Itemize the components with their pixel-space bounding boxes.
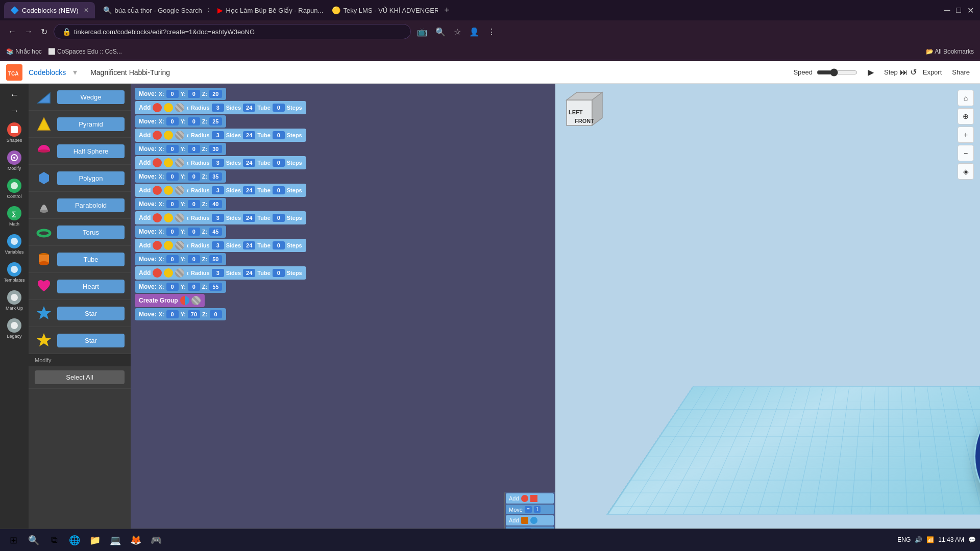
shape-item-star1[interactable]: Star <box>29 300 131 327</box>
pyramid-button[interactable]: Pyramid <box>57 117 125 131</box>
select-all-item[interactable]: Select All <box>29 366 131 389</box>
block-move[interactable]: Move: X:0 Y:70 Z:0 <box>135 308 226 320</box>
cast-button[interactable]: 📺 <box>415 25 429 39</box>
share-button[interactable]: Share <box>948 66 974 78</box>
shape-item-paraboloid[interactable]: Paraboloid <box>29 192 131 219</box>
reload-button[interactable]: ↻ <box>39 25 50 39</box>
halfsphere-button[interactable]: Half Sphere <box>57 144 125 158</box>
network-icon[interactable]: 📶 <box>926 536 934 543</box>
block-add[interactable]: Add ‹ Radius3 Sides24 Tube0 Steps <box>135 156 306 169</box>
block-add[interactable]: Add ‹ Radius3 Sides24 Tube0 Steps <box>135 266 306 280</box>
block-move[interactable]: Move: X:0 Y:0 Z:30 <box>135 143 226 155</box>
code-scroll[interactable]: Move: X:0 Y:0 Z:20 Add ‹ Radius3 Sides24… <box>131 84 555 551</box>
mini-block-add-tube[interactable]: Add <box>506 515 554 525</box>
app-name[interactable]: Codeblocks <box>29 68 66 77</box>
shape-item-tube[interactable]: Tube <box>29 246 131 273</box>
block-add[interactable]: Add ‹ Radius3 Sides24 Tube0 Steps <box>135 129 306 142</box>
polygon-button[interactable]: Polygon <box>57 171 125 185</box>
tab-codeblocks[interactable]: 🔷 Codeblocks (NEW) ✕ <box>4 2 95 18</box>
dropdown-icon[interactable]: ▾ <box>73 67 77 77</box>
bookmark-all[interactable]: 📂 All Bookmarks <box>926 48 974 55</box>
block-move[interactable]: Move: X:0 Y:0 Z:25 <box>135 115 226 128</box>
tab-google[interactable]: 🔍 búa của thor - Google Search ✕ <box>97 2 209 18</box>
chrome-button[interactable]: 🌐 <box>65 531 84 549</box>
shape-item-wedge[interactable]: Wedge <box>29 84 131 111</box>
menu-button[interactable]: ⋮ <box>485 25 498 39</box>
close-button[interactable]: ✕ <box>965 4 976 17</box>
minimize-button[interactable]: ─ <box>942 4 952 17</box>
step-button[interactable]: Step ⏭ <box>884 68 908 77</box>
refresh-button[interactable]: ↺ <box>910 67 917 77</box>
tube-button[interactable]: Tube <box>57 253 125 266</box>
block-move[interactable]: Move: X:0 Y:0 Z:55 <box>135 281 226 293</box>
sidebar-item-modify[interactable]: Modify <box>1 147 28 174</box>
start-button[interactable]: ⊞ <box>4 531 22 549</box>
sidebar-item-shapes[interactable]: Shapes <box>1 119 28 146</box>
maximize-button[interactable]: □ <box>954 4 963 17</box>
shape-item-heart[interactable]: Heart <box>29 273 131 300</box>
paraboloid-button[interactable]: Paraboloid <box>57 198 125 212</box>
mini-block-add[interactable]: Add <box>506 493 554 504</box>
forward-button[interactable]: → <box>22 25 35 38</box>
shape-item-halfsphere[interactable]: Half Sphere <box>29 138 131 165</box>
block-add[interactable]: Add ‹ Radius3 Sides24 Tube0 Steps <box>135 101 306 114</box>
code-block-move5: Move: X:0 Y:0 Z:40 <box>135 198 551 210</box>
profile-button[interactable]: 👤 <box>467 25 481 39</box>
app4-button[interactable]: 🦊 <box>127 531 145 549</box>
task-view-button[interactable]: ⧉ <box>45 531 63 549</box>
block-create-group[interactable]: Create Group <box>135 294 205 307</box>
sidebar-item-control[interactable]: Control <box>1 176 28 203</box>
browser-chrome: 🔷 Codeblocks (NEW) ✕ 🔍 búa của thor - Go… <box>0 0 980 61</box>
block-move[interactable]: Move: X:0 Y:0 Z:35 <box>135 170 226 183</box>
sidebar-item-variables[interactable]: Variables <box>1 231 28 258</box>
bookmark-cospaces[interactable]: ⬜ CoSpaces Edu :: CoS... <box>48 48 122 55</box>
play-button[interactable]: ▶ <box>864 65 878 80</box>
speed-slider[interactable] <box>817 68 857 77</box>
nav-bar: ← → ↻ 🔒 tinkercad.com/codeblocks/edit?cr… <box>0 20 980 43</box>
notification-icon[interactable]: 💬 <box>968 536 976 543</box>
shape-item-torus[interactable]: Torus <box>29 219 131 246</box>
heart-button[interactable]: Heart <box>57 280 125 293</box>
block-move[interactable]: Move: X:0 Y:0 Z:40 <box>135 198 226 210</box>
tab-teky[interactable]: 🟡 Teky LMS - VŨ KHÍ ADVENGERS ✕ <box>326 2 438 18</box>
mini-block-move[interactable]: Move = 1 <box>506 505 554 514</box>
bookmark-star[interactable]: ☆ <box>452 25 463 39</box>
shape-item-polygon[interactable]: Polygon <box>29 165 131 192</box>
code-button[interactable]: 💻 <box>106 531 125 549</box>
address-bar[interactable]: 🔒 tinkercad.com/codeblocks/edit?create=1… <box>54 24 411 39</box>
files-button[interactable]: 📁 <box>86 531 104 549</box>
cube-navigator[interactable]: LEFT FRONT <box>561 90 607 136</box>
shape-item-star2[interactable]: Star <box>29 327 131 354</box>
block-move[interactable]: Move: X:0 Y:0 Z:45 <box>135 226 226 238</box>
block-add[interactable]: Add ‹ Radius3 Sides24 Tube0 Steps <box>135 184 306 197</box>
sidebar-item-math[interactable]: ∑ Math <box>1 203 28 230</box>
wedge-button[interactable]: Wedge <box>57 90 125 104</box>
star1-button[interactable]: Star <box>57 307 125 320</box>
shape-item-pyramid[interactable]: Pyramid <box>29 111 131 138</box>
block-add[interactable]: Add ‹ Radius3 Sides24 Tube0 Steps <box>135 239 306 252</box>
sidebar-item-templates[interactable]: Templates <box>1 259 28 286</box>
sidebar-item-markup[interactable]: Mark Up <box>1 287 28 314</box>
search-button[interactable]: 🔍 <box>24 531 43 549</box>
select-all-button[interactable]: Select All <box>35 370 125 384</box>
tab-close[interactable]: ✕ <box>84 7 89 14</box>
tab-youtube[interactable]: ▶ Học Làm Búp Bê Giấy - Rapun... ✕ <box>211 2 324 18</box>
volume-icon[interactable]: 🔊 <box>915 536 922 543</box>
star1-icon <box>35 304 53 322</box>
undo-button[interactable]: ← <box>8 88 21 103</box>
zoom-button[interactable]: 🔍 <box>433 25 448 39</box>
bookmark-nhac-hoc[interactable]: 📚 Nhắc học <box>6 48 42 55</box>
block-move[interactable]: Move: X:0 Y:0 Z:20 <box>135 88 226 100</box>
tab-close[interactable]: ✕ <box>207 7 209 14</box>
block-move[interactable]: Move: X:0 Y:0 Z:50 <box>135 253 226 265</box>
new-tab-button[interactable]: + <box>440 3 454 17</box>
app5-button[interactable]: 🎮 <box>147 531 165 549</box>
speed-control: Speed <box>793 68 857 77</box>
sidebar-item-legacy[interactable]: Legacy <box>1 315 28 342</box>
redo-button[interactable]: → <box>8 104 21 118</box>
back-button[interactable]: ← <box>6 25 18 38</box>
star2-button[interactable]: Star <box>57 334 125 347</box>
torus-button[interactable]: Torus <box>57 226 125 239</box>
export-button[interactable]: Export <box>919 66 946 78</box>
block-add[interactable]: Add ‹ Radius3 Sides24 Tube0 Steps <box>135 211 306 224</box>
